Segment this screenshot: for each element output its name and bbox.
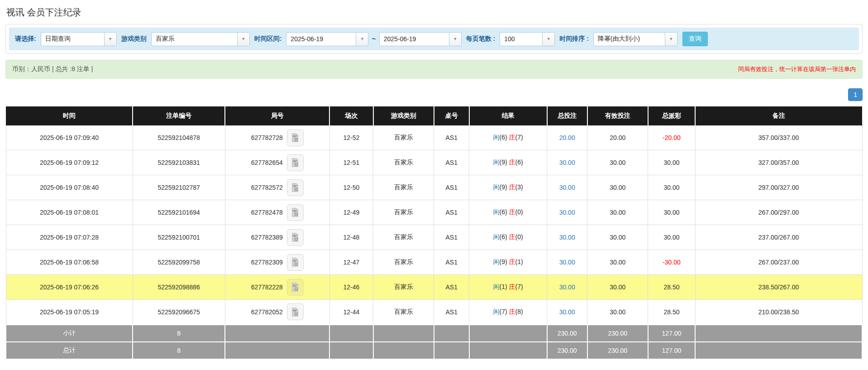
total-bet-link[interactable]: 30.00	[559, 259, 575, 266]
cell-table-no: AS1	[434, 300, 469, 325]
video-replay-icon	[290, 158, 300, 168]
column-header-6: 结果	[469, 107, 547, 125]
chevron-down-icon[interactable]: ▼	[665, 33, 677, 46]
video-replay-button[interactable]	[287, 303, 304, 320]
page-size-select[interactable]: 100 ▼	[500, 32, 555, 46]
cell-session: 12-44	[329, 300, 373, 325]
cell-payout: 28.50	[648, 300, 695, 325]
page-size-value: 100	[500, 33, 542, 46]
cell-table-no: AS1	[434, 250, 469, 275]
cell-total-bet: 30.00	[547, 300, 587, 325]
video-replay-button[interactable]	[287, 179, 304, 196]
cell-valid-bet: 30.00	[587, 300, 648, 325]
cell-valid-bet: 30.00	[587, 200, 648, 225]
date-from-select[interactable]: 2025-06-19 ▼	[286, 32, 368, 46]
cell-total-bet: 30.00	[547, 275, 587, 300]
player-label: 闲	[493, 308, 500, 315]
sort-order-label: 时间排序 :	[559, 35, 589, 43]
cell-round-id: 627782478	[225, 200, 329, 225]
banker-label: 庄	[509, 208, 515, 216]
cell-total-bet: 30.00	[547, 225, 587, 250]
footer-label: 总计	[6, 342, 133, 359]
chevron-down-icon[interactable]: ▼	[237, 33, 249, 46]
total-bet-link[interactable]: 30.00	[559, 234, 575, 241]
date-range-separator: ~	[372, 35, 376, 43]
chevron-down-icon[interactable]: ▼	[104, 33, 116, 46]
sort-order-select[interactable]: 降幂(由大到小) ▼	[593, 32, 677, 46]
video-replay-button[interactable]	[287, 204, 304, 221]
page-button-1[interactable]: 1	[848, 88, 863, 101]
cell-remark: 237.00/267.00	[695, 225, 862, 250]
cell-result: 闲(7) 庄(8)	[469, 300, 547, 325]
query-type-label: 请选择:	[15, 35, 36, 43]
game-type-select[interactable]: 百家乐 ▼	[151, 32, 250, 46]
cell-session: 12-48	[329, 225, 373, 250]
cell-remark: 210.00/238.50	[695, 300, 862, 325]
table-row: 2025-06-19 07:08:40 522592102787 6277825…	[6, 175, 862, 200]
video-replay-button[interactable]	[287, 254, 304, 271]
footer-count: 8	[133, 325, 225, 342]
cell-game-type: 百家乐	[373, 200, 434, 225]
total-bet-link[interactable]: 20.00	[559, 134, 575, 141]
cell-round-id: 627782728	[225, 125, 329, 150]
cell-game-type: 百家乐	[373, 225, 434, 250]
page-size-label: 每页笔数 :	[466, 35, 496, 43]
video-replay-button[interactable]	[287, 130, 304, 146]
cell-session: 12-50	[329, 175, 373, 200]
cell-bet-id: 522592101694	[133, 200, 225, 225]
cell-total-bet: 30.00	[547, 175, 587, 200]
filter-bar: 请选择: 日期查询 ▼ 游戏类别 百家乐 ▼ 时间区间: 2025-06-19 …	[9, 28, 859, 50]
cell-time: 2025-06-19 07:09:40	[6, 125, 133, 150]
total-bet-link[interactable]: 30.00	[559, 209, 575, 216]
cell-game-type: 百家乐	[373, 250, 434, 275]
column-header-5: 桌号	[434, 107, 469, 125]
total-bet-link[interactable]: 30.00	[559, 184, 575, 191]
query-button[interactable]: 查询	[682, 32, 708, 46]
cell-result: 闲(6) 庄(0)	[469, 225, 547, 250]
table-row: 2025-06-19 07:05:19 522592096675 6277820…	[6, 300, 862, 325]
chevron-down-icon[interactable]: ▼	[356, 33, 368, 46]
total-bet-link[interactable]: 30.00	[559, 284, 575, 291]
table-row: 2025-06-19 07:07:28 522592100701 6277823…	[6, 225, 862, 250]
column-header-8: 有效投注	[587, 107, 648, 125]
cell-time: 2025-06-19 07:05:19	[6, 300, 133, 325]
currency-total-text: 币别：人民币 | 总共 :8 注单 |	[12, 65, 93, 73]
cell-result: 闲(1) 庄(7)	[469, 275, 547, 300]
cell-table-no: AS1	[434, 175, 469, 200]
video-replay-button[interactable]	[287, 229, 304, 246]
banker-label: 庄	[509, 159, 515, 166]
cell-total-bet: 30.00	[547, 250, 587, 275]
video-replay-button[interactable]	[287, 279, 304, 296]
cell-bet-id: 522592102787	[133, 175, 225, 200]
table-row: 2025-06-19 07:06:26 522592098886 6277822…	[6, 275, 862, 300]
date-to-select[interactable]: 2025-06-19 ▼	[379, 32, 462, 46]
total-bet-link[interactable]: 30.00	[559, 159, 575, 166]
video-replay-button[interactable]	[287, 154, 304, 171]
cell-game-type: 百家乐	[373, 300, 434, 325]
cell-payout: -30.00	[648, 250, 695, 275]
query-type-select[interactable]: 日期查询 ▼	[41, 32, 117, 46]
cell-result: 闲(6) 庄(7)	[469, 125, 547, 150]
footer-total-bet: 230.00	[547, 342, 587, 359]
chevron-down-icon[interactable]: ▼	[542, 33, 554, 46]
cell-total-bet: 30.00	[547, 200, 587, 225]
total-bet-link[interactable]: 30.00	[559, 308, 575, 316]
cell-session: 12-47	[329, 250, 373, 275]
footer-total-bet: 230.00	[547, 325, 587, 342]
footer-payout: 127.00	[648, 325, 695, 342]
cell-game-type: 百家乐	[373, 275, 434, 300]
filter-panel: 请选择: 日期查询 ▼ 游戏类别 百家乐 ▼ 时间区间: 2025-06-19 …	[5, 24, 863, 54]
cell-payout: 30.00	[648, 175, 695, 200]
round-id-text: 627782478	[251, 209, 283, 216]
grand-total-row: 总计 8 230.00 230.00 127.00	[6, 342, 862, 359]
cell-bet-id: 522592104878	[133, 125, 225, 150]
page-title: 视讯 会员下注纪录	[6, 6, 863, 19]
column-header-3: 场次	[329, 107, 373, 125]
chevron-down-icon[interactable]: ▼	[449, 33, 461, 46]
video-replay-icon	[290, 183, 300, 192]
player-label: 闲	[493, 159, 500, 166]
column-header-10: 备注	[695, 107, 862, 125]
column-header-2: 局号	[225, 107, 329, 125]
column-header-1: 注单编号	[133, 107, 225, 125]
bet-records-table: 时间注单编号局号场次游戏类别桌号结果总投注有效投注总派彩备注 2025-06-1…	[5, 106, 863, 360]
